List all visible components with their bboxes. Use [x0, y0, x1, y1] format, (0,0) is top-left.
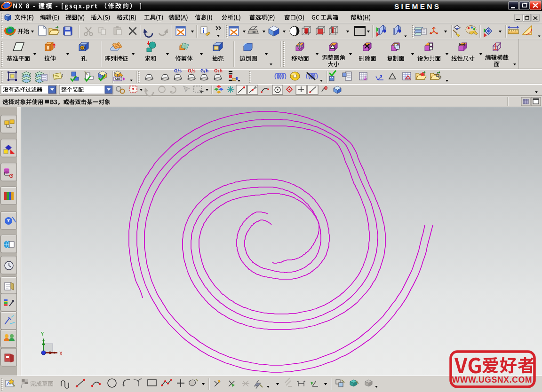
svg-text:SIEMENS: SIEMENS	[394, 2, 441, 10]
svg-text:WWW.UGSNX.COM: WWW.UGSNX.COM	[452, 375, 532, 384]
